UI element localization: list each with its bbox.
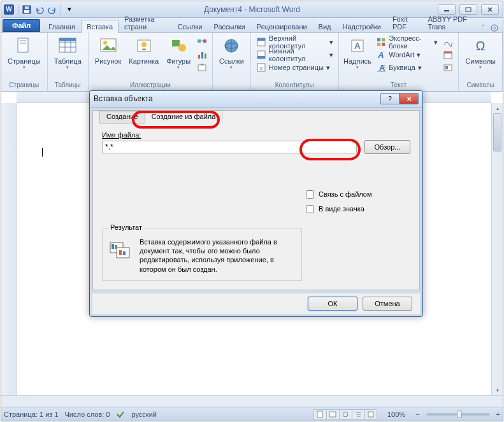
undo-icon[interactable] <box>34 4 45 15</box>
zoom-level[interactable]: 100% <box>387 411 405 418</box>
vertical-ruler[interactable] <box>1 103 17 395</box>
dialog-close-button[interactable]: ✕ <box>400 93 419 104</box>
svg-rect-3 <box>444 10 449 11</box>
browse-button[interactable]: Обзор... <box>364 140 410 154</box>
page-number-button[interactable]: #Номер страницы ▾ <box>255 61 331 74</box>
minimize-ribbon-icon[interactable]: ˆ <box>479 24 487 32</box>
help-icon[interactable]: ? <box>490 24 499 32</box>
vertical-scrollbar[interactable]: ▴ ▾ <box>491 103 503 395</box>
tab-references[interactable]: Ссылки <box>172 20 208 32</box>
ribbon: Страницы▾ Страницы Таблица▾ Таблицы Рису… <box>1 33 503 92</box>
wordart-button[interactable]: AWordArt ▾ <box>375 48 439 61</box>
chart-button[interactable] <box>196 48 208 61</box>
svg-rect-65 <box>115 245 117 249</box>
status-bar: Страница: 1 из 1 Число слов: 0 русский 1… <box>1 407 503 421</box>
object-button[interactable] <box>442 61 454 74</box>
svg-rect-15 <box>59 38 76 41</box>
header-button[interactable]: Верхний колонтитул ▾ <box>255 36 335 48</box>
svg-text:Ω: Ω <box>476 39 486 53</box>
filename-label: Имя файла: <box>102 131 410 139</box>
group-tables-label: Таблицы <box>52 81 84 91</box>
group-pages-label: Страницы <box>5 81 43 91</box>
filename-input[interactable] <box>102 141 357 153</box>
view-draft-icon[interactable] <box>364 409 377 419</box>
svg-point-19 <box>141 42 147 47</box>
status-page[interactable]: Страница: 1 из 1 <box>4 411 59 418</box>
svg-point-17 <box>103 41 107 45</box>
result-box: Результат Вставка содержимого указанного… <box>102 228 302 281</box>
links-button[interactable]: Ссылки▾ <box>217 34 247 71</box>
svg-rect-23 <box>203 39 206 43</box>
tab-foxit[interactable]: Foxit PDF <box>387 12 422 32</box>
footer-button[interactable]: Нижний колонтитул ▾ <box>255 48 335 61</box>
textbox-button[interactable]: A Надпись▾ <box>343 34 373 71</box>
view-web-icon[interactable] <box>339 409 352 419</box>
svg-text:A: A <box>354 41 361 51</box>
view-outline-icon[interactable] <box>352 409 364 419</box>
group-links-label <box>217 81 247 91</box>
svg-text:#: # <box>260 66 263 71</box>
svg-rect-26 <box>201 52 203 59</box>
quickparts-button[interactable]: Экспресс-блоки ▾ <box>375 36 439 48</box>
symbols-button[interactable]: Ω Символы▾ <box>463 34 498 71</box>
ok-button[interactable]: ОК <box>308 297 357 311</box>
display-as-icon-checkbox[interactable]: В виде значка <box>303 203 410 215</box>
clipart-button[interactable]: Картинка <box>126 34 161 66</box>
dialog-help-button[interactable]: ? <box>380 93 400 104</box>
insert-object-dialog: Вставка объекта ? ✕ Создание Создание из… <box>89 90 423 317</box>
dropcap-button[interactable]: AБуквица ▾ <box>375 61 439 74</box>
svg-rect-22 <box>198 39 201 43</box>
group-symbols-label: Символы <box>463 81 498 91</box>
smartart-button[interactable] <box>196 36 208 48</box>
tab-home[interactable]: Главная <box>43 20 81 32</box>
signature-button[interactable] <box>442 36 454 48</box>
zoom-in-icon[interactable]: + <box>496 411 500 418</box>
svg-rect-9 <box>20 43 26 44</box>
status-language[interactable]: русский <box>131 411 156 418</box>
dialog-tab-create-new[interactable]: Создание <box>99 111 145 123</box>
tab-file[interactable]: Файл <box>3 19 40 32</box>
scroll-up-icon[interactable]: ▴ <box>492 103 503 113</box>
tab-review[interactable]: Рецензировани <box>251 20 313 32</box>
svg-rect-1 <box>24 10 29 13</box>
scroll-down-icon[interactable]: ▾ <box>492 385 503 395</box>
horizontal-scrollbar[interactable] <box>1 395 503 407</box>
svg-rect-29 <box>201 64 203 65</box>
svg-text:A: A <box>378 50 384 60</box>
svg-rect-42 <box>382 38 385 41</box>
tab-addins[interactable]: Надстройки <box>337 20 387 32</box>
svg-rect-56 <box>329 412 336 417</box>
tab-layout[interactable]: Разметка страни <box>119 12 172 32</box>
status-words[interactable]: Число слов: 0 <box>65 411 110 418</box>
datetime-button[interactable] <box>442 48 454 61</box>
scroll-thumb[interactable] <box>493 113 501 151</box>
zoom-slider[interactable] <box>426 413 490 416</box>
result-description: Вставка содержимого указанного файла в д… <box>140 237 296 274</box>
screenshot-button[interactable] <box>196 61 208 74</box>
ribbon-tabs: Файл Главная Вставка Разметка страни Ссы… <box>1 18 503 33</box>
picture-button[interactable]: Рисунок <box>92 34 124 66</box>
close-button[interactable] <box>481 4 499 15</box>
pages-button[interactable]: Страницы▾ <box>5 34 43 71</box>
redo-icon[interactable] <box>47 4 58 15</box>
zoom-out-icon[interactable]: − <box>415 411 419 418</box>
tab-mailings[interactable]: Рассылки <box>208 20 250 32</box>
tab-abbyy[interactable]: ABBYY PDF Trans <box>422 12 479 32</box>
quick-access-toolbar: ▾ <box>17 4 75 15</box>
tab-view[interactable]: Вид <box>313 20 337 32</box>
table-button[interactable]: Таблица▾ <box>52 34 84 71</box>
link-to-file-checkbox[interactable]: Связь с файлом <box>303 188 410 200</box>
view-fullscreen-icon[interactable] <box>326 409 339 419</box>
svg-rect-61 <box>368 412 373 417</box>
text-cursor <box>42 148 43 157</box>
shapes-button[interactable]: Фигуры▾ <box>164 34 193 71</box>
dialog-title-bar[interactable]: Вставка объекта ? ✕ <box>90 91 422 108</box>
qat-customizer-icon[interactable]: ▾ <box>64 4 75 15</box>
status-proofing-icon[interactable] <box>116 410 125 419</box>
dialog-tab-create-from-file[interactable]: Создание из файла <box>145 110 223 123</box>
view-print-layout-icon[interactable] <box>313 409 326 419</box>
tab-insert[interactable]: Вставка <box>81 20 119 33</box>
save-icon[interactable] <box>21 4 32 15</box>
cancel-button[interactable]: Отмена <box>363 297 412 311</box>
svg-rect-43 <box>377 43 380 46</box>
